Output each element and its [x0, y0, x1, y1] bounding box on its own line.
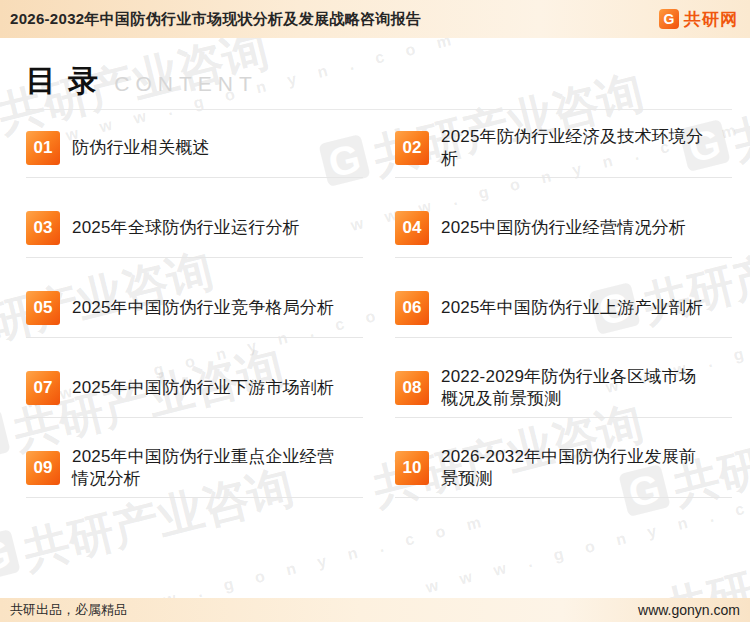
toc-item-05: 05 2025年中国防伪行业竞争格局分析: [26, 279, 363, 359]
toc-item-title: 防伪行业相关概述: [72, 137, 210, 159]
brand-logo: G 共研网: [659, 8, 738, 31]
logo-text: 共研网: [684, 8, 738, 31]
toc-item-02: 02 2025年防伪行业经济及技术环境分析: [395, 119, 732, 199]
toc-item-title: 2025年中国防伪行业下游市场剖析: [72, 377, 334, 399]
toc-item-07: 07 2025年中国防伪行业下游市场剖析: [26, 359, 363, 439]
toc-item-number-badge: 07: [26, 371, 60, 405]
footer-bar: 共研出品，必属精品 www.gonyn.com: [0, 598, 750, 622]
toc-item-title: 2025年防伪行业经济及技术环境分析: [441, 126, 709, 170]
header-bar: 2026-2032年中国防伪行业市场现状分析及发展战略咨询报告 G 共研网: [0, 0, 750, 38]
toc-item-title: 2025年中国防伪行业上游产业剖析: [441, 297, 703, 319]
toc-item-08: 08 2022-2029年防伪行业各区域市场概况及前景预测: [395, 359, 732, 439]
toc-item-number-badge: 01: [26, 131, 60, 165]
toc-item-title: 2022-2029年防伪行业各区域市场概况及前景预测: [441, 366, 709, 410]
toc-page: 目 录 CONTENT 01 防伪行业相关概述 02 2025年防伪行业经济及技…: [0, 38, 750, 519]
toc-item-number-badge: 06: [395, 291, 429, 325]
toc-item-06: 06 2025年中国防伪行业上游产业剖析: [395, 279, 732, 359]
logo-g-icon: G: [659, 9, 679, 29]
toc-item-number-badge: 10: [395, 451, 429, 485]
toc-grid: 01 防伪行业相关概述 02 2025年防伪行业经济及技术环境分析 03 202…: [26, 119, 732, 519]
toc-item-number-badge: 04: [395, 211, 429, 245]
toc-heading-row: 目 录 CONTENT: [26, 64, 732, 110]
footer-slogan: 共研出品，必属精品: [10, 601, 127, 619]
toc-item-number-badge: 02: [395, 131, 429, 165]
toc-item-title: 2026-2032年中国防伪行业发展前景预测: [441, 446, 709, 490]
report-title: 2026-2032年中国防伪行业市场现状分析及发展战略咨询报告: [10, 10, 421, 29]
toc-item-title: 2025年中国防伪行业重点企业经营情况分析: [72, 446, 340, 490]
toc-item-title: 2025中国防伪行业经营情况分析: [441, 217, 686, 239]
toc-item-number-badge: 03: [26, 211, 60, 245]
toc-item-title: 2025年全球防伪行业运行分析: [72, 217, 300, 239]
toc-item-number-badge: 09: [26, 451, 60, 485]
toc-item-04: 04 2025中国防伪行业经营情况分析: [395, 199, 732, 279]
toc-item-10: 10 2026-2032年中国防伪行业发展前景预测: [395, 439, 732, 519]
toc-item-number-badge: 08: [395, 371, 429, 405]
toc-item-09: 09 2025年中国防伪行业重点企业经营情况分析: [26, 439, 363, 519]
watermark-g-icon: G: [0, 529, 21, 582]
toc-item-title: 2025年中国防伪行业竞争格局分析: [72, 297, 334, 319]
toc-item-number-badge: 05: [26, 291, 60, 325]
toc-heading: 目 录: [26, 64, 100, 97]
footer-url: www.gonyn.com: [638, 602, 740, 618]
toc-item-01: 01 防伪行业相关概述: [26, 119, 363, 199]
toc-heading-en: CONTENT: [114, 72, 258, 96]
toc-item-03: 03 2025年全球防伪行业运行分析: [26, 199, 363, 279]
